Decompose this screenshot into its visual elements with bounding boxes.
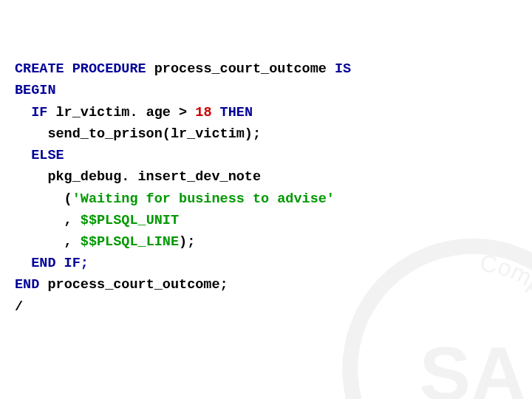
cond-op: > bbox=[179, 105, 187, 120]
end-proc-name: process_court_outcome; bbox=[47, 277, 228, 293]
slash-terminator: / bbox=[15, 299, 23, 315]
keyword-create: CREATE bbox=[15, 61, 64, 77]
cond-lhs: lr_victim. age bbox=[56, 105, 171, 120]
code-line: ELSE bbox=[15, 148, 64, 163]
comma: , bbox=[64, 234, 72, 250]
call-send: send_to_prison(lr_victim); bbox=[47, 126, 261, 142]
code-line: BEGIN bbox=[15, 83, 56, 98]
svg-text:Computer: Computer bbox=[478, 250, 532, 330]
code-line: CREATE PROCEDURE process_court_outcome I… bbox=[15, 61, 351, 77]
keyword-end: END bbox=[15, 277, 39, 293]
code-line: / bbox=[15, 299, 23, 315]
keyword-then: THEN bbox=[220, 105, 253, 120]
cond-rhs: 18 bbox=[195, 105, 211, 120]
keyword-begin: BEGIN bbox=[15, 83, 56, 98]
comma: , bbox=[64, 213, 72, 228]
svg-text:SA: SA bbox=[419, 330, 526, 399]
keyword-if: IF bbox=[31, 105, 47, 120]
call-pkg: pkg_debug. insert_dev_note bbox=[47, 169, 261, 185]
string-arg: 'Waiting for business to advise' bbox=[72, 191, 335, 207]
svg-point-0 bbox=[350, 246, 532, 399]
keyword-else: ELSE bbox=[31, 148, 64, 163]
close-call: ); bbox=[179, 234, 195, 250]
keyword-is: IS bbox=[335, 61, 351, 77]
code-line: , $$PLSQL_LINE); bbox=[15, 234, 195, 250]
code-line: IF lr_victim. age > 18 THEN bbox=[15, 105, 253, 120]
sys-line: $$PLSQL_LINE bbox=[81, 234, 179, 250]
code-line: ('Waiting for business to advise' bbox=[15, 191, 335, 207]
code-block: CREATE PROCEDURE process_court_outcome I… bbox=[15, 37, 351, 318]
watermark-logo: SA Computer bbox=[332, 222, 532, 399]
keyword-procedure: PROCEDURE bbox=[72, 61, 146, 77]
code-line: END IF; bbox=[15, 256, 89, 271]
open-paren: ( bbox=[64, 191, 72, 207]
keyword-if-close: IF; bbox=[64, 256, 89, 271]
code-line: pkg_debug. insert_dev_note bbox=[15, 169, 261, 185]
code-line: send_to_prison(lr_victim); bbox=[15, 126, 261, 142]
keyword-end: END bbox=[31, 256, 55, 271]
code-line: END process_court_outcome; bbox=[15, 277, 228, 293]
procedure-name: process_court_outcome bbox=[154, 61, 327, 77]
sys-unit: $$PLSQL_UNIT bbox=[81, 213, 179, 228]
code-line: , $$PLSQL_UNIT bbox=[15, 213, 179, 228]
